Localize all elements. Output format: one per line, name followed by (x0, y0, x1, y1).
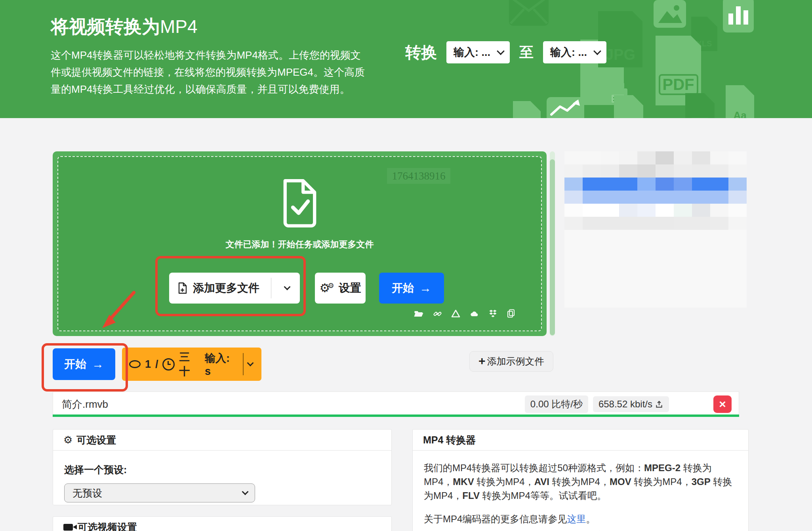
file-name: 简介.rmvb (62, 397, 108, 411)
input-format-select[interactable]: 输入: ... (446, 41, 510, 63)
ad-placeholder (564, 151, 747, 308)
preset-select[interactable]: 无预设 (64, 483, 255, 502)
arrow-right-icon: → (419, 281, 431, 295)
encoder-info-paragraph: 关于MP4编码器的更多信息请参见这里。 (424, 512, 737, 526)
remove-file-button[interactable]: × (713, 395, 732, 413)
conversion-counter-pill[interactable]: 1 / 三十 输入: s (122, 348, 261, 381)
add-example-file-button[interactable]: + 添加示例文件 (469, 351, 553, 372)
convert-bar: 转换 输入: ... 至 输入: ... (405, 41, 606, 63)
gears-icon: ⚙⚙ (319, 282, 334, 294)
input-seconds-label: 输入: s (205, 351, 238, 378)
arrow-right-icon: → (92, 357, 104, 371)
video-camera-icon (63, 524, 73, 531)
optional-video-settings-header: 可选视频设置 (53, 517, 391, 531)
plus-icon: + (478, 354, 486, 368)
ad-blurred-image (564, 151, 747, 230)
convert-label: 转换 (405, 42, 437, 63)
file-row: 简介.rmvb 0.00 比特/秒 658.52 kbit/s × (53, 392, 739, 417)
gear-icon: ⚙ (63, 435, 72, 445)
add-more-dropdown-toggle[interactable] (277, 273, 297, 304)
upload-source-icons (414, 309, 516, 319)
dropbox-icon[interactable] (488, 309, 498, 319)
dropzone-dashed-border: 1764138916 文件已添加！开始任务或添加更多文件 添加更多文件 ⚙⚙ 设… (57, 156, 542, 331)
chevron-down-icon[interactable] (247, 360, 254, 367)
optional-settings-panel: ⚙ 可选设置 选择一个预设: 无预设 (53, 429, 392, 505)
envelope-icon (509, 0, 549, 26)
converter-info-paragraph: 我们的MP4转换器可以转换超过50种源格式，例如：MPEG-2 转换为MP4，M… (424, 461, 737, 502)
file-added-check-icon (281, 178, 319, 229)
font-file-icon: Aa (726, 85, 754, 118)
optional-settings-header: ⚙ 可选设置 (53, 430, 391, 451)
file-plus-icon (178, 282, 187, 294)
picture-icon (654, 0, 686, 28)
scrollbar-track (550, 151, 555, 336)
start-button-top[interactable]: 开始 → (379, 273, 444, 304)
current-bitrate-badge: 0.00 比特/秒 (525, 395, 588, 413)
chevron-down-icon (593, 47, 601, 55)
png-file-icon: PNG (513, 101, 541, 118)
conversion-minutes: 三十 (179, 350, 200, 378)
upload-icon (655, 400, 663, 409)
google-drive-icon[interactable] (451, 309, 461, 319)
mp4-converter-header: MP4 转换器 (413, 430, 748, 451)
page-description: 这个MP4转换器可以轻松地将文件转换为MP4格式。上传您的视频文 件或提供视频文… (51, 47, 365, 98)
line-chart-icon (547, 97, 584, 118)
output-format-select[interactable]: 输入: ... (543, 41, 606, 63)
link-icon[interactable] (433, 309, 442, 319)
coin-icon (129, 360, 141, 368)
chevron-down-icon (242, 489, 249, 495)
settings-button[interactable]: ⚙⚙ 设置 (315, 273, 366, 304)
onedrive-cloud-icon[interactable] (469, 309, 480, 319)
total-bitrate-badge: 658.52 kbit/s (593, 396, 669, 412)
scrollbar-thumb[interactable] (550, 159, 555, 335)
chevron-down-icon (497, 47, 505, 55)
mp4-converter-info-panel: MP4 转换器 我们的MP4转换器可以转换超过50种源格式，例如：MPEG-2 … (412, 429, 749, 531)
start-button-bottom[interactable]: 开始 → (53, 348, 115, 380)
upload-dropzone[interactable]: 1764138916 文件已添加！开始任务或添加更多文件 添加更多文件 ⚙⚙ 设… (53, 151, 547, 336)
here-link[interactable]: 这里 (567, 514, 586, 524)
chevron-down-icon (284, 284, 291, 290)
folder-open-icon[interactable] (414, 309, 424, 319)
upload-progress-bar (53, 414, 739, 417)
page-title: 将视频转换为MP4 (51, 15, 198, 38)
hero-header: JPG XLS PDF PNG DOCX TIFF Aa 将视频转换为MP4 这… (0, 0, 812, 118)
conversion-count: 1 (145, 358, 151, 371)
preset-label: 选择一个预设: (64, 463, 380, 476)
extra-features-paragraph: 我们的MP4转换器还提供额外的功能，如字幕转换（转换过程中字幕得以保留）或 (424, 529, 737, 531)
docx-file-icon: DOCX (614, 95, 643, 118)
bar-chart-icon (723, 0, 754, 32)
optional-video-settings-panel: 可选视频设置 (53, 516, 392, 531)
add-more-files-button[interactable]: 添加更多文件 (169, 273, 300, 304)
watermark: 1764138916 (387, 168, 450, 184)
tiff-file-icon: TIFF (685, 93, 715, 118)
to-label: 至 (519, 43, 534, 62)
upload-status-text: 文件已添加！开始任务或添加更多文件 (58, 239, 541, 250)
clock-icon (162, 358, 175, 371)
paste-copy-icon[interactable] (506, 309, 516, 319)
